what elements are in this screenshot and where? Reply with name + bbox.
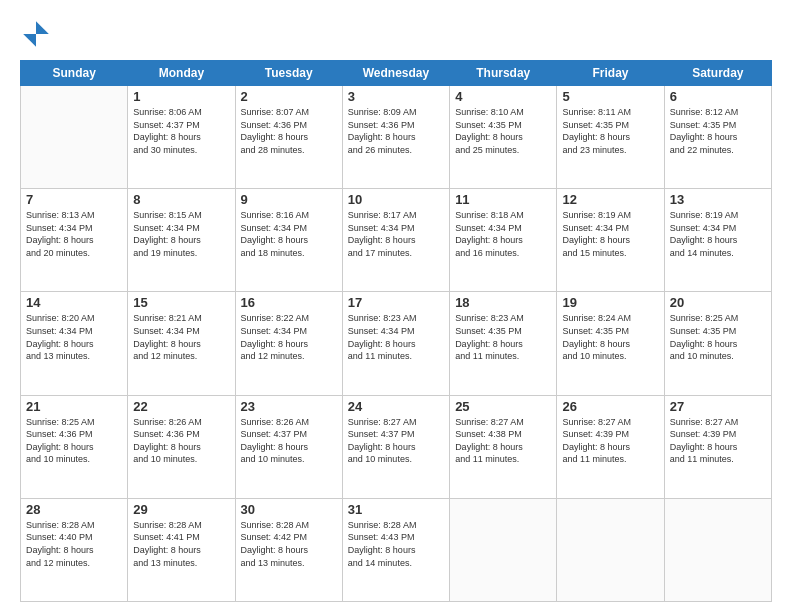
sunrise-text: Sunrise: 8:26 AM [241, 416, 337, 429]
day-info: Sunrise: 8:28 AMSunset: 4:40 PMDaylight:… [26, 519, 122, 569]
sunset-text: Sunset: 4:36 PM [348, 119, 444, 132]
day-number: 4 [455, 89, 551, 104]
daylight-text: Daylight: 8 hoursand 25 minutes. [455, 131, 551, 156]
day-number: 26 [562, 399, 658, 414]
day-number: 24 [348, 399, 444, 414]
day-info: Sunrise: 8:27 AMSunset: 4:38 PMDaylight:… [455, 416, 551, 466]
sunrise-text: Sunrise: 8:15 AM [133, 209, 229, 222]
daylight-text: Daylight: 8 hoursand 12 minutes. [241, 338, 337, 363]
calendar-table: SundayMondayTuesdayWednesdayThursdayFrid… [20, 60, 772, 602]
day-info: Sunrise: 8:11 AMSunset: 4:35 PMDaylight:… [562, 106, 658, 156]
daylight-text: Daylight: 8 hoursand 13 minutes. [26, 338, 122, 363]
sunrise-text: Sunrise: 8:27 AM [670, 416, 766, 429]
day-info: Sunrise: 8:18 AMSunset: 4:34 PMDaylight:… [455, 209, 551, 259]
calendar-cell: 1Sunrise: 8:06 AMSunset: 4:37 PMDaylight… [128, 86, 235, 189]
sunset-text: Sunset: 4:35 PM [670, 119, 766, 132]
day-info: Sunrise: 8:16 AMSunset: 4:34 PMDaylight:… [241, 209, 337, 259]
day-info: Sunrise: 8:25 AMSunset: 4:35 PMDaylight:… [670, 312, 766, 362]
day-number: 14 [26, 295, 122, 310]
daylight-text: Daylight: 8 hoursand 18 minutes. [241, 234, 337, 259]
weekday-header-sunday: Sunday [21, 61, 128, 86]
calendar-cell: 8Sunrise: 8:15 AMSunset: 4:34 PMDaylight… [128, 189, 235, 292]
sunset-text: Sunset: 4:37 PM [133, 119, 229, 132]
daylight-text: Daylight: 8 hoursand 14 minutes. [670, 234, 766, 259]
sunset-text: Sunset: 4:34 PM [562, 222, 658, 235]
sunrise-text: Sunrise: 8:27 AM [455, 416, 551, 429]
sunset-text: Sunset: 4:36 PM [241, 119, 337, 132]
day-number: 20 [670, 295, 766, 310]
week-row-4: 28Sunrise: 8:28 AMSunset: 4:40 PMDayligh… [21, 498, 772, 601]
daylight-text: Daylight: 8 hoursand 13 minutes. [133, 544, 229, 569]
sunset-text: Sunset: 4:34 PM [26, 222, 122, 235]
logo-icon [20, 18, 52, 50]
day-info: Sunrise: 8:07 AMSunset: 4:36 PMDaylight:… [241, 106, 337, 156]
daylight-text: Daylight: 8 hoursand 11 minutes. [455, 441, 551, 466]
sunset-text: Sunset: 4:39 PM [562, 428, 658, 441]
daylight-text: Daylight: 8 hoursand 22 minutes. [670, 131, 766, 156]
day-info: Sunrise: 8:26 AMSunset: 4:37 PMDaylight:… [241, 416, 337, 466]
daylight-text: Daylight: 8 hoursand 12 minutes. [133, 338, 229, 363]
daylight-text: Daylight: 8 hoursand 10 minutes. [670, 338, 766, 363]
logo [20, 18, 56, 50]
calendar-cell: 16Sunrise: 8:22 AMSunset: 4:34 PMDayligh… [235, 292, 342, 395]
sunset-text: Sunset: 4:34 PM [241, 222, 337, 235]
daylight-text: Daylight: 8 hoursand 10 minutes. [26, 441, 122, 466]
calendar-cell: 6Sunrise: 8:12 AMSunset: 4:35 PMDaylight… [664, 86, 771, 189]
sunset-text: Sunset: 4:36 PM [26, 428, 122, 441]
day-number: 2 [241, 89, 337, 104]
daylight-text: Daylight: 8 hoursand 15 minutes. [562, 234, 658, 259]
day-number: 30 [241, 502, 337, 517]
calendar-cell: 31Sunrise: 8:28 AMSunset: 4:43 PMDayligh… [342, 498, 449, 601]
calendar-cell: 12Sunrise: 8:19 AMSunset: 4:34 PMDayligh… [557, 189, 664, 292]
calendar-cell: 19Sunrise: 8:24 AMSunset: 4:35 PMDayligh… [557, 292, 664, 395]
daylight-text: Daylight: 8 hoursand 26 minutes. [348, 131, 444, 156]
calendar-cell: 15Sunrise: 8:21 AMSunset: 4:34 PMDayligh… [128, 292, 235, 395]
calendar-cell: 4Sunrise: 8:10 AMSunset: 4:35 PMDaylight… [450, 86, 557, 189]
calendar-cell: 25Sunrise: 8:27 AMSunset: 4:38 PMDayligh… [450, 395, 557, 498]
sunset-text: Sunset: 4:34 PM [26, 325, 122, 338]
daylight-text: Daylight: 8 hoursand 20 minutes. [26, 234, 122, 259]
calendar-cell: 10Sunrise: 8:17 AMSunset: 4:34 PMDayligh… [342, 189, 449, 292]
weekday-header-friday: Friday [557, 61, 664, 86]
daylight-text: Daylight: 8 hoursand 10 minutes. [348, 441, 444, 466]
weekday-header-monday: Monday [128, 61, 235, 86]
sunrise-text: Sunrise: 8:25 AM [26, 416, 122, 429]
page: SundayMondayTuesdayWednesdayThursdayFrid… [0, 0, 792, 612]
sunrise-text: Sunrise: 8:21 AM [133, 312, 229, 325]
sunrise-text: Sunrise: 8:09 AM [348, 106, 444, 119]
day-info: Sunrise: 8:19 AMSunset: 4:34 PMDaylight:… [562, 209, 658, 259]
day-info: Sunrise: 8:23 AMSunset: 4:35 PMDaylight:… [455, 312, 551, 362]
day-number: 18 [455, 295, 551, 310]
sunrise-text: Sunrise: 8:28 AM [133, 519, 229, 532]
sunset-text: Sunset: 4:40 PM [26, 531, 122, 544]
sunrise-text: Sunrise: 8:16 AM [241, 209, 337, 222]
calendar-cell: 9Sunrise: 8:16 AMSunset: 4:34 PMDaylight… [235, 189, 342, 292]
day-info: Sunrise: 8:10 AMSunset: 4:35 PMDaylight:… [455, 106, 551, 156]
daylight-text: Daylight: 8 hoursand 10 minutes. [241, 441, 337, 466]
svg-marker-1 [23, 34, 36, 47]
day-number: 3 [348, 89, 444, 104]
daylight-text: Daylight: 8 hoursand 14 minutes. [348, 544, 444, 569]
sunset-text: Sunset: 4:34 PM [670, 222, 766, 235]
day-number: 5 [562, 89, 658, 104]
day-info: Sunrise: 8:23 AMSunset: 4:34 PMDaylight:… [348, 312, 444, 362]
calendar-cell [450, 498, 557, 601]
daylight-text: Daylight: 8 hoursand 10 minutes. [133, 441, 229, 466]
sunrise-text: Sunrise: 8:10 AM [455, 106, 551, 119]
day-number: 22 [133, 399, 229, 414]
calendar-cell: 27Sunrise: 8:27 AMSunset: 4:39 PMDayligh… [664, 395, 771, 498]
day-number: 23 [241, 399, 337, 414]
day-info: Sunrise: 8:20 AMSunset: 4:34 PMDaylight:… [26, 312, 122, 362]
day-number: 17 [348, 295, 444, 310]
day-info: Sunrise: 8:15 AMSunset: 4:34 PMDaylight:… [133, 209, 229, 259]
daylight-text: Daylight: 8 hoursand 30 minutes. [133, 131, 229, 156]
sunrise-text: Sunrise: 8:06 AM [133, 106, 229, 119]
calendar-cell: 17Sunrise: 8:23 AMSunset: 4:34 PMDayligh… [342, 292, 449, 395]
sunrise-text: Sunrise: 8:28 AM [241, 519, 337, 532]
calendar-cell: 3Sunrise: 8:09 AMSunset: 4:36 PMDaylight… [342, 86, 449, 189]
daylight-text: Daylight: 8 hoursand 11 minutes. [670, 441, 766, 466]
calendar-cell: 28Sunrise: 8:28 AMSunset: 4:40 PMDayligh… [21, 498, 128, 601]
sunset-text: Sunset: 4:43 PM [348, 531, 444, 544]
sunrise-text: Sunrise: 8:22 AM [241, 312, 337, 325]
daylight-text: Daylight: 8 hoursand 23 minutes. [562, 131, 658, 156]
